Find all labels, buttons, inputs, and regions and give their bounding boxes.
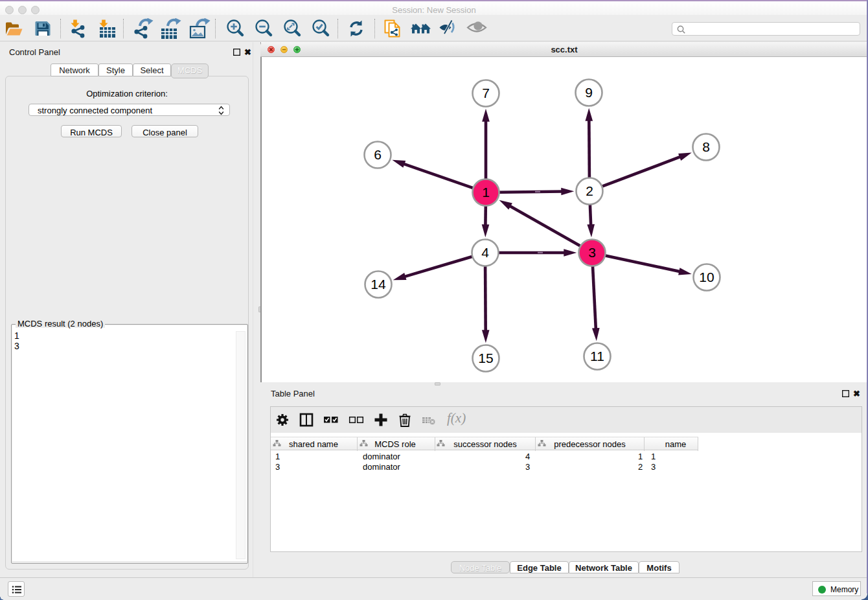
svg-text:15: 15	[478, 351, 493, 365]
svg-text:2: 2	[586, 183, 593, 198]
svg-text:6: 6	[374, 147, 382, 162]
svg-text:7: 7	[482, 86, 490, 100]
svg-text:8: 8	[702, 139, 710, 154]
svg-text:1: 1	[482, 185, 490, 200]
svg-text:3: 3	[588, 245, 596, 260]
svg-text:11: 11	[590, 349, 604, 363]
svg-text:4: 4	[481, 245, 489, 260]
svg-text:f(x): f(x)	[447, 411, 466, 426]
svg-text:9: 9	[585, 85, 593, 100]
svg-text:10: 10	[699, 270, 714, 284]
svg-text:14: 14	[371, 277, 386, 292]
